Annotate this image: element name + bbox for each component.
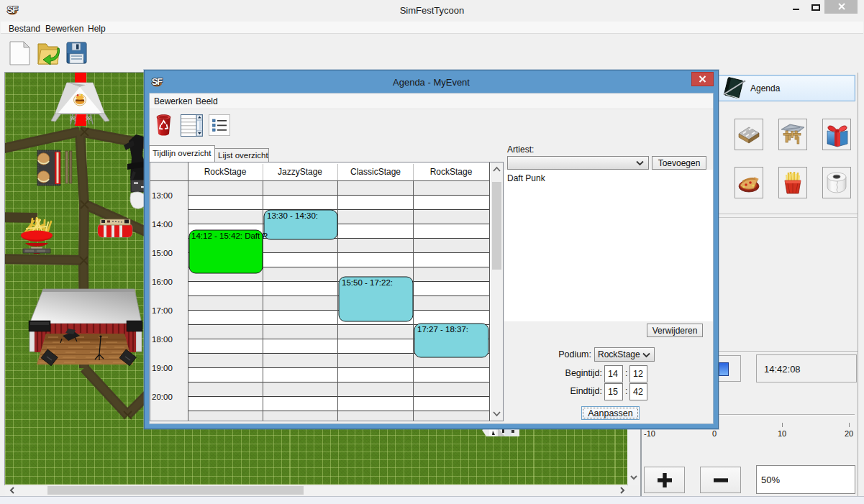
svg-text:13:30 - 14:30:: 13:30 - 14:30: <box>267 211 318 220</box>
svg-text:15:00: 15:00 <box>152 249 173 257</box>
svg-text:14:00: 14:00 <box>152 220 173 229</box>
svg-text:15:50 - 17:22:: 15:50 - 17:22: <box>342 278 393 287</box>
svg-text:SF: SF <box>152 76 163 87</box>
svg-text:SF: SF <box>7 4 19 15</box>
svg-text:17:27 - 18:37:: 17:27 - 18:37: <box>417 325 468 334</box>
svg-text:17:00: 17:00 <box>152 306 173 315</box>
svg-text:16:00: 16:00 <box>152 278 173 286</box>
svg-text:13:00: 13:00 <box>152 191 173 200</box>
svg-text:19:00: 19:00 <box>152 364 173 372</box>
svg-text:20:00: 20:00 <box>152 393 173 401</box>
svg-text:14:12 - 15:42: Daft P: 14:12 - 15:42: Daft P <box>191 232 268 240</box>
svg-text:RockStage: RockStage <box>204 167 247 177</box>
svg-text:JazzyStage: JazzyStage <box>278 167 322 177</box>
svg-text:ClassicStage: ClassicStage <box>350 167 401 177</box>
svg-text:18:00: 18:00 <box>152 335 173 344</box>
svg-text:RockStage: RockStage <box>430 167 473 177</box>
